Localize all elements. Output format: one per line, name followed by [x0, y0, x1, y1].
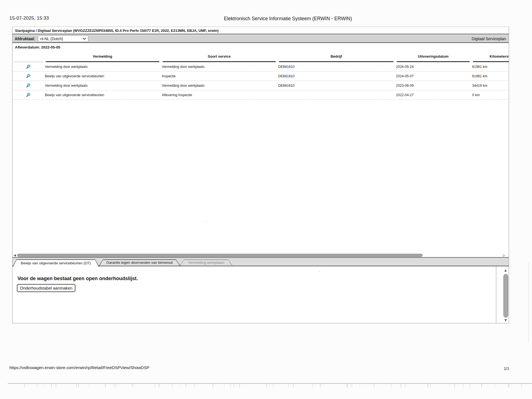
tab-bar: Bewijs van uitgevoerde servicebeurten (O… [12, 257, 509, 266]
cell-uitvoeringsdatum: 2024-05-24 [395, 65, 471, 69]
vertical-scrollbar-thumb[interactable] [503, 274, 508, 318]
printed-page: 15-07-2025, 15:33 Elektronisch Service I… [0, 0, 532, 399]
scan-speck [206, 222, 206, 222]
cell-vermelding: Vermelding door werkplaats [44, 65, 161, 69]
maintenance-panel: Voor de wagen bestaat geen open onderhou… [12, 266, 509, 323]
scroll-left-arrow-icon[interactable]: ◀ [14, 254, 16, 257]
scan-artifact-ticks [0, 384, 532, 387]
cell-vermelding: Vermelding door werkplaats [44, 84, 161, 88]
magnifier-icon [26, 93, 31, 98]
scan-artifact-edge [528, 262, 529, 342]
tab-garantie-doorroesten[interactable]: Garantie tegen doorroesten van binnenuit [99, 259, 180, 266]
print-datetime: 15-07-2025, 15:33 [9, 16, 49, 21]
cell-bedrijf: DE681610 [277, 74, 395, 78]
cell-soort-service: Vermelding door werkplaats [161, 84, 277, 88]
row-detail-button[interactable] [12, 83, 44, 88]
row-detail-button[interactable] [12, 74, 44, 79]
table-row: Bewijs van uitgevoerde servicebeurten Af… [12, 90, 509, 100]
breadcrumb[interactable]: Startpagina / Digitaal Serviceplan (WVGZ… [12, 27, 509, 34]
cell-vermelding: Bewijs van uitgevoerde servicebeurten [44, 74, 161, 78]
tab-label: Garantie tegen doorroesten van binnenuit [99, 259, 180, 266]
table-row: Vermelding door werkplaats Vermelding do… [12, 81, 509, 90]
scroll-up-arrow-icon[interactable]: ▲ [505, 268, 507, 272]
magnifier-icon [26, 83, 31, 88]
panel-divider [496, 266, 496, 323]
column-header-kilometerstand: Kilometerstand [490, 54, 509, 58]
no-open-maintenance-message: Voor de wagen bestaat geen open onderhou… [17, 276, 138, 282]
print-toolbar: Afdruktaal: nl-NL (Dutch) Digitaal Servi… [12, 35, 509, 43]
service-table-body: Vermelding door werkplaats Vermelding do… [12, 62, 509, 100]
horizontal-scrollbar-thumb[interactable] [17, 254, 423, 257]
print-footer-page-number: 1/1 [504, 366, 509, 371]
cell-uitvoeringsdatum: 2022-04-27 [395, 93, 471, 97]
cell-kilometerstand: 61981 km [471, 74, 509, 78]
cell-kilometerstand: 34419 km [471, 84, 509, 88]
browser-page-frame: Startpagina / Digitaal Serviceplan (WVGZ… [12, 27, 509, 323]
tab-vermelding-werkplaats[interactable]: Vermelding werkplaats [180, 259, 232, 266]
cell-uitvoeringsdatum: 2023-06-09 [395, 84, 471, 88]
cell-uitvoeringsdatum: 2024-05-07 [395, 74, 471, 78]
column-header-bedrijf: Bedrijf [277, 54, 395, 58]
language-select-value: nl-NL (Dutch) [40, 37, 63, 41]
tab-label: Vermelding werkplaats [180, 259, 232, 266]
scroll-down-arrow-icon[interactable]: ▼ [505, 318, 507, 322]
column-header-vermelding: Vermelding [44, 54, 161, 58]
cell-soort-service: Aflevering Inspectie [161, 93, 277, 97]
table-row: Bewijs van uitgevoerde servicebeurten In… [12, 71, 509, 81]
delivery-date: Afleverdatum: 2022-05-05 [15, 45, 60, 49]
language-label: Afdruktaal: [15, 37, 35, 41]
column-header-uitvoeringsdatum: Uitvoeringsdatum [395, 54, 471, 58]
cell-soort-service: Vermelding door werkplaats [161, 65, 277, 69]
cell-kilometerstand: 0 km [471, 93, 509, 97]
print-title: Elektronisch Service Informatie Systeem … [224, 16, 352, 22]
magnifier-icon [26, 64, 31, 69]
scroll-right-arrow-icon[interactable]: ▷ [503, 253, 505, 257]
row-detail-button[interactable] [12, 64, 44, 69]
plan-title: Digitaal Serviceplan [472, 37, 507, 41]
row-detail-button[interactable] [12, 93, 44, 98]
column-header-soort-service: Soort service [161, 54, 277, 58]
create-maintenance-table-button[interactable]: Onderhoudstabel aanmaken [17, 284, 75, 292]
scan-speck [319, 271, 320, 272]
cell-bedrijf: DE681610 [277, 65, 395, 69]
tab-label: Bewijs van uitgevoerde servicebeurten (O… [12, 259, 99, 267]
magnifier-icon [26, 74, 31, 79]
chevron-down-icon [83, 38, 86, 40]
tab-bewijs-servicebeurten[interactable]: Bewijs van uitgevoerde servicebeurten (O… [12, 259, 99, 267]
print-footer-url: https://volkswagen.erwin-store.com/erwin… [9, 365, 149, 370]
cell-bedrijf: DE681610 [277, 84, 395, 88]
table-row: Vermelding door werkplaats Vermelding do… [12, 62, 509, 71]
cell-kilometerstand: 61981 km [471, 65, 509, 69]
cell-vermelding: Bewijs van uitgevoerde servicebeurten [44, 93, 161, 97]
cell-soort-service: Inspectie [161, 74, 277, 78]
language-select[interactable]: nl-NL (Dutch) [38, 35, 88, 42]
scan-speck [168, 179, 168, 180]
